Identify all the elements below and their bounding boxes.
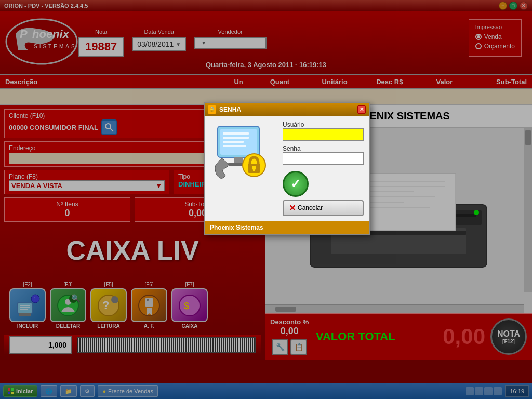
ok-button[interactable]: ✓ (283, 171, 309, 197)
senha-dialog: 🔒 SENHA ✕ (204, 102, 370, 235)
senha-label: Senha (283, 145, 364, 152)
svg-rect-43 (223, 145, 246, 147)
modal-overlay: 🔒 SENHA ✕ (0, 0, 532, 399)
svg-rect-44 (234, 157, 243, 163)
svg-rect-40 (223, 132, 249, 135)
dialog-close-button[interactable]: ✕ (357, 105, 366, 114)
svg-rect-41 (223, 137, 249, 139)
dialog-titlebar: 🔒 SENHA ✕ (205, 103, 369, 116)
senha-input[interactable] (283, 152, 364, 165)
svg-rect-49 (253, 168, 255, 171)
dialog-title: SENHA (219, 106, 241, 113)
usuario-input[interactable] (283, 128, 364, 141)
usuario-label: Usuário (283, 121, 364, 128)
dialog-form: Usuário Senha ✓ ✕ Cancelar (283, 121, 364, 216)
dialog-icon: 🔒 (208, 105, 216, 114)
dialog-body: Usuário Senha ✓ ✕ Cancelar (205, 116, 369, 221)
dialog-image (210, 121, 277, 194)
svg-rect-42 (223, 141, 244, 143)
cancel-button[interactable]: ✕ Cancelar (283, 200, 364, 216)
dialog-footer: Phoenix Sistemas (205, 221, 369, 234)
